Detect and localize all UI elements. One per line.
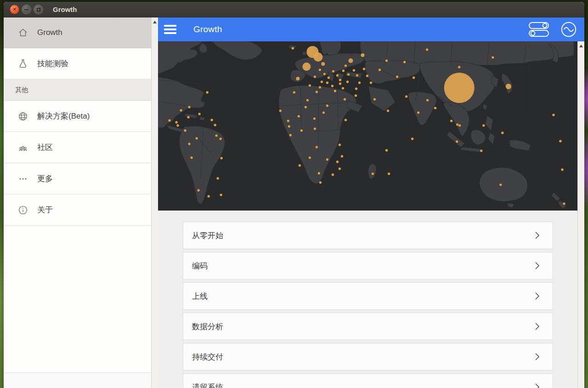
window-minimize-button[interactable] <box>22 5 31 14</box>
world-map-svg <box>158 41 577 211</box>
sidebar-empty-area <box>4 226 151 373</box>
window-title: Growth <box>53 6 77 13</box>
window-close-button[interactable]: ✕ <box>10 5 19 14</box>
list-item-label: 上线 <box>192 291 208 302</box>
sidebar-item-growth[interactable]: Growth <box>4 17 151 48</box>
list-item-data-analysis[interactable]: 数据分析 <box>183 313 553 340</box>
list-item-label: 数据分析 <box>192 321 223 332</box>
scroll-up-arrow-icon[interactable] <box>153 21 157 23</box>
minimize-icon <box>24 9 28 10</box>
topic-list: 从零开始 编码 上线 数据分析 <box>158 211 577 388</box>
scroll-up-arrow-icon[interactable] <box>579 45 583 47</box>
sidebar-item-label: 社区 <box>37 142 53 153</box>
community-icon <box>17 142 28 153</box>
sidebar-section-label: 其他 <box>15 86 28 94</box>
wave-circle-icon[interactable] <box>560 21 577 38</box>
sidebar-item-label: 更多 <box>37 173 53 184</box>
sidebar-item-label: 解决方案(Beta) <box>37 111 90 121</box>
appbar: Growth <box>158 17 584 41</box>
info-icon <box>17 205 28 216</box>
chevron-right-icon <box>531 382 543 388</box>
sidebar-item-about[interactable]: 关于 <box>4 194 151 226</box>
list-item-label: 遗留系统 <box>192 382 223 388</box>
more-ellipsis-icon <box>17 173 28 184</box>
sidebar-section-other: 其他 <box>4 80 151 101</box>
list-item-continuous-delivery[interactable]: 持续交付 <box>183 343 553 371</box>
chevron-right-icon <box>531 230 543 241</box>
list-item-label: 持续交付 <box>192 352 223 362</box>
menu-icon[interactable] <box>164 25 176 34</box>
sidebar-item-community[interactable]: 社区 <box>4 132 151 163</box>
main-panel: Growth <box>158 17 584 388</box>
content-area: 从零开始 编码 上线 数据分析 <box>158 41 577 388</box>
toggles-icon[interactable] <box>528 22 549 37</box>
sidebar-item-skill-test[interactable]: 技能测验 <box>4 48 151 80</box>
list-item-label: 编码 <box>192 261 208 271</box>
list-item-launch[interactable]: 上线 <box>183 282 553 310</box>
sidebar-item-solutions[interactable]: 解决方案(Beta) <box>4 101 151 132</box>
window-titlebar[interactable]: ✕ Growth <box>4 2 584 17</box>
app-window: ✕ Growth Growth 技能测验 其他 <box>4 2 584 388</box>
chevron-right-icon <box>531 321 543 332</box>
list-item-label: 从零开始 <box>192 230 223 241</box>
sidebar-item-more[interactable]: 更多 <box>4 163 151 194</box>
flask-icon <box>17 58 28 69</box>
chevron-right-icon <box>531 260 543 271</box>
world-bubble-map <box>158 41 577 211</box>
content-scrollbar[interactable] <box>577 41 584 388</box>
appbar-title: Growth <box>193 24 222 34</box>
list-item-coding[interactable]: 编码 <box>183 252 553 280</box>
sidebar-item-label: 关于 <box>37 205 53 215</box>
sidebar: Growth 技能测验 其他 解决方案(Beta) <box>4 17 151 388</box>
maximize-icon <box>37 8 40 11</box>
map-landmasses <box>158 41 574 209</box>
sidebar-item-label: Growth <box>37 28 62 37</box>
home-icon <box>17 27 28 38</box>
chevron-right-icon <box>531 351 543 362</box>
globe-icon <box>17 111 28 122</box>
list-item-start-from-zero[interactable]: 从零开始 <box>183 222 553 249</box>
sidebar-scrollbar[interactable] <box>151 17 158 388</box>
window-maximize-button[interactable] <box>34 5 43 14</box>
chevron-right-icon <box>531 291 543 302</box>
list-item-legacy-system[interactable]: 遗留系统 <box>183 373 553 388</box>
desktop: { "window": { "title": "Growth" }, "side… <box>0 0 588 388</box>
sidebar-item-label: 技能测验 <box>37 58 68 69</box>
